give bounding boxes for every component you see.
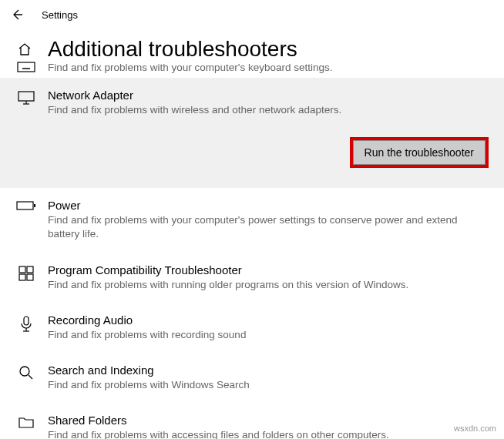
title-bar: Settings (0, 0, 504, 29)
power-item[interactable]: Power Find and fix problems with your co… (0, 188, 504, 252)
keyboard-desc: Find and fix problems with your computer… (48, 62, 333, 73)
search-desc: Find and fix problems with Windows Searc… (48, 378, 489, 392)
recording-item[interactable]: Recording Audio Find and fix problems wi… (0, 303, 504, 353)
shared-item[interactable]: Shared Folders Find and fix problems wit… (0, 403, 504, 439)
svg-rect-0 (18, 62, 35, 72)
power-desc: Find and fix problems with your computer… (48, 213, 489, 241)
svg-rect-11 (24, 317, 29, 325)
svg-rect-2 (18, 92, 34, 101)
power-title: Power (48, 199, 489, 212)
compat-title: Program Compatibility Troubleshooter (48, 263, 489, 276)
back-arrow-icon (11, 8, 23, 21)
svg-rect-9 (19, 274, 25, 280)
recording-title: Recording Audio (48, 313, 489, 327)
microphone-icon (19, 315, 33, 333)
page-title: Additional troubleshooters (48, 37, 297, 62)
search-icon (18, 365, 34, 380)
monitor-icon (17, 90, 35, 106)
search-item[interactable]: Search and Indexing Find and fix problem… (0, 353, 504, 403)
compat-desc: Find and fix problems with running older… (48, 278, 489, 292)
recording-desc: Find and fix problems with recording sou… (48, 328, 489, 342)
svg-rect-10 (27, 274, 33, 280)
svg-rect-7 (19, 266, 25, 273)
keyboard-item-partial[interactable]: Find and fix problems with your computer… (0, 62, 504, 78)
svg-rect-5 (17, 202, 33, 209)
svg-rect-8 (27, 266, 33, 273)
network-title: Network Adapter (48, 89, 489, 102)
shared-desc: Find and fix problems with accessing fil… (48, 428, 489, 439)
watermark: wsxdn.com (454, 424, 496, 433)
network-action-row: Run the troubleshooter (0, 137, 504, 188)
keyboard-icon (17, 62, 35, 72)
network-adapter-item[interactable]: Network Adapter Find and fix problems wi… (0, 78, 504, 137)
troubleshooter-list: Network Adapter Find and fix problems wi… (0, 78, 504, 439)
run-button-highlight: Run the troubleshooter (350, 137, 489, 168)
folder-icon (18, 415, 35, 429)
network-desc: Find and fix problems with wireless and … (48, 103, 489, 117)
svg-line-15 (29, 375, 32, 379)
shared-title: Shared Folders (48, 414, 489, 427)
svg-point-14 (20, 367, 29, 376)
battery-icon (16, 200, 36, 211)
search-title: Search and Indexing (48, 364, 489, 377)
home-icon[interactable] (15, 42, 34, 57)
svg-rect-6 (34, 204, 35, 207)
back-button[interactable] (6, 4, 28, 25)
program-icon (18, 265, 35, 282)
compat-item[interactable]: Program Compatibility Troubleshooter Fin… (0, 253, 504, 303)
app-name: Settings (42, 9, 78, 21)
page-header: Additional troubleshooters (0, 29, 504, 62)
run-troubleshooter-button[interactable]: Run the troubleshooter (353, 140, 486, 165)
